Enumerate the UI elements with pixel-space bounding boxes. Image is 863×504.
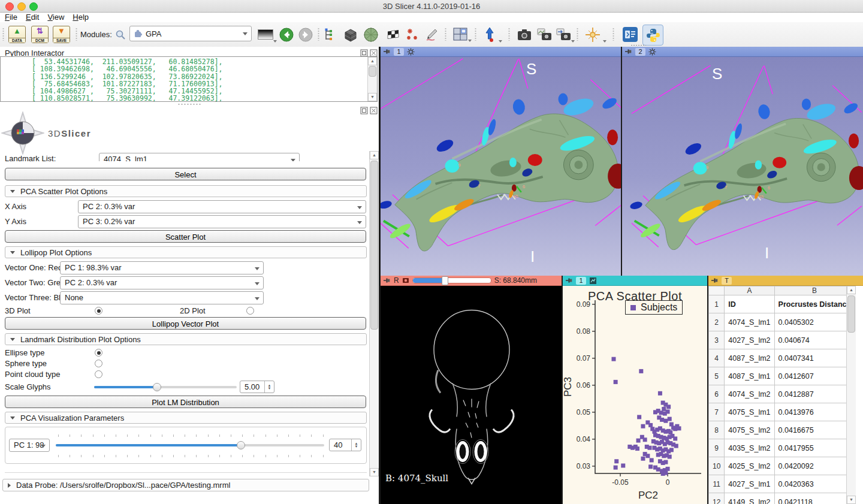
threed-view-1-canvas[interactable]: S I (381, 57, 621, 276)
view-splitter-handle[interactable] (630, 44, 646, 46)
pca-spinbox[interactable]: 40 ▲▼ (329, 439, 361, 451)
pin-icon[interactable] (384, 49, 391, 55)
scale-glyphs-slider[interactable] (94, 386, 237, 388)
cell-distance[interactable]: 0.0407341 (774, 349, 855, 367)
section-pca-visualization[interactable]: PCA Visualization Parameters (5, 412, 367, 424)
scatter-point[interactable] (668, 455, 672, 459)
cell-distance[interactable]: Procrustes Distance (774, 295, 855, 313)
data-probe-section[interactable]: Data Probe: /Users/srolfe/Dropbox/Sl...p… (2, 479, 369, 491)
section-distribution-options[interactable]: Landmark Distribution Plot Options (5, 333, 367, 345)
scatter-point[interactable] (614, 466, 618, 470)
module-search-button[interactable] (115, 26, 126, 43)
annotations-module-button[interactable] (424, 26, 440, 43)
python-console[interactable]: [ 53.44531746, 211.03509127, 60.81485278… (0, 56, 378, 102)
row-number[interactable]: 9 (709, 439, 725, 457)
cell-id[interactable]: 4027_S_lm1 (725, 475, 774, 493)
transforms-module-button[interactable] (386, 26, 402, 43)
row-number[interactable]: 3 (709, 331, 725, 349)
plot-view[interactable]: 1 PCA Scatter Plot Subjects 0.030.040.05… (563, 276, 707, 504)
module-selector-combo[interactable]: GPA (129, 26, 252, 41)
cell-id[interactable]: 4149_S_lm2 (725, 493, 774, 504)
cell-distance[interactable]: 0.0412887 (774, 385, 855, 403)
scene-view-restore-button[interactable] (556, 26, 572, 43)
models-module-button[interactable] (363, 26, 379, 43)
scatter-point[interactable] (648, 423, 653, 427)
vector-one-combo[interactable]: PC 1: 98.3% var (60, 261, 264, 274)
plot3d-radio[interactable] (95, 307, 102, 315)
plot-settings-icon[interactable] (589, 277, 597, 285)
module-hierarchy-button[interactable] (324, 26, 338, 43)
cell-distance[interactable]: 0.0416675 (774, 421, 855, 439)
pca-slider[interactable] (56, 444, 324, 446)
table-view[interactable]: T AB1IDProcrustes Distance24074_S_lm10.0… (708, 276, 863, 504)
import-dicom-button[interactable]: ⇅DCM (31, 26, 49, 43)
scatter-point[interactable] (677, 426, 681, 430)
plot-lm-distribution-button[interactable]: Plot LM Distribution (5, 396, 366, 408)
scatter-plot-button[interactable]: Scatter Plot (5, 230, 366, 243)
cell-distance[interactable]: 0.0417955 (774, 439, 855, 457)
row-number[interactable]: 5 (709, 367, 725, 385)
scatter-point[interactable] (663, 460, 668, 464)
pc-selector-combo[interactable]: PC 1: 98 (9, 439, 50, 452)
table-row[interactable]: 104025_S_lm20.0420092 (709, 457, 855, 475)
crosshair-button[interactable] (585, 26, 601, 43)
spin-buttons[interactable]: ▲▼ (264, 381, 274, 393)
spin-buttons[interactable]: ▲▼ (351, 439, 361, 451)
procrustes-table[interactable]: AB1IDProcrustes Distance24074_S_lm10.040… (708, 286, 855, 504)
cell-id[interactable]: 4087_S_lm2 (725, 349, 774, 367)
scatter-point[interactable] (621, 463, 625, 467)
table-row[interactable]: 124149_S_lm20.0421118 (709, 493, 855, 504)
cell-id[interactable]: 4027_S_lm2 (725, 331, 774, 349)
scatter-point[interactable] (643, 437, 647, 442)
volumes-module-button[interactable] (343, 26, 358, 43)
menu-help[interactable]: Help (73, 13, 89, 22)
table-row[interactable]: 1IDProcrustes Distance (709, 295, 855, 313)
scatter-point[interactable] (674, 444, 678, 448)
threed-view-1-header[interactable]: 1 (381, 47, 621, 57)
table-row[interactable]: 64074_S_lm20.0412887 (709, 385, 855, 403)
cell-id[interactable]: 4074_S_lm2 (725, 385, 774, 403)
column-header[interactable]: B (774, 286, 855, 295)
scrollbar-thumb[interactable] (370, 161, 378, 330)
table-row[interactable]: 94035_S_lm20.0417955 (709, 439, 855, 457)
plot-canvas[interactable]: PCA Scatter Plot Subjects 0.030.040.050.… (563, 286, 707, 504)
scatter-point[interactable] (635, 446, 639, 451)
threed-view-2-header[interactable]: 2 (622, 47, 863, 57)
scatter-point[interactable] (673, 436, 677, 440)
scale-glyphs-spinbox[interactable]: 5.00 ▲▼ (240, 381, 274, 393)
scatter-point[interactable] (663, 471, 668, 475)
scatter-point[interactable] (648, 464, 653, 469)
row-number[interactable]: 8 (709, 421, 725, 439)
select-button[interactable]: Select (5, 168, 366, 180)
mouse-interaction-button[interactable] (483, 26, 496, 43)
menu-edit[interactable]: Edit (26, 13, 39, 22)
table-row[interactable]: 44087_S_lm20.0407341 (709, 349, 855, 367)
pin-icon[interactable] (625, 49, 632, 55)
lollipop-vector-plot-button[interactable]: Lollipop Vector Plot (5, 317, 366, 330)
scatter-point[interactable] (660, 418, 664, 422)
row-number[interactable]: 4 (709, 349, 725, 367)
scatter-point[interactable] (614, 380, 618, 384)
pointcloud-type-radio[interactable] (95, 370, 102, 378)
scatter-point[interactable] (611, 357, 615, 361)
row-number[interactable]: 2 (709, 313, 725, 331)
scroll-down-button[interactable]: ▼ (847, 496, 856, 504)
link-views-icon[interactable] (402, 277, 409, 284)
scatter-point[interactable] (658, 391, 662, 396)
cell-id[interactable]: 4035_S_lm2 (725, 439, 774, 457)
pin-icon[interactable] (384, 277, 391, 283)
scatter-point[interactable] (645, 454, 650, 458)
scroll-up-button[interactable]: ▲ (368, 57, 377, 65)
threed-view-2[interactable]: 2 S I (622, 47, 863, 276)
toolbar-handle[interactable] (2, 28, 4, 41)
slider-thumb[interactable] (237, 441, 245, 449)
cell-id[interactable]: 4075_S_lm1 (725, 403, 774, 421)
markups-module-button[interactable] (405, 26, 421, 43)
row-number[interactable]: 11 (709, 475, 725, 493)
scatter-point[interactable] (641, 457, 645, 461)
row-number[interactable]: 12 (709, 493, 725, 504)
module-panel-scrollbar[interactable]: ▲ ▼ (369, 151, 379, 476)
python-console-button[interactable] (642, 25, 663, 46)
row-number[interactable]: 6 (709, 385, 725, 403)
table-row[interactable]: 24074_S_lm10.0405302 (709, 313, 855, 331)
